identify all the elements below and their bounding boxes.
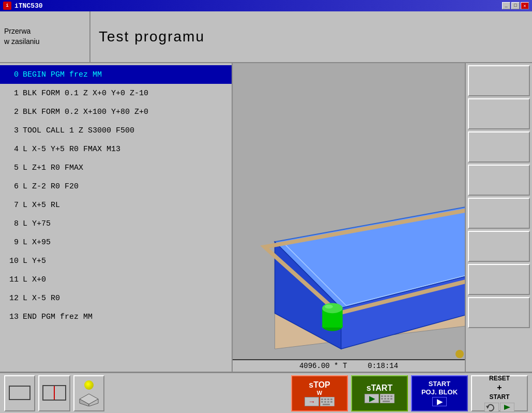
softkey-5[interactable] bbox=[468, 198, 530, 229]
start-poj-icon-row: ▶ bbox=[432, 397, 447, 406]
maximize-button[interactable]: □ bbox=[511, 2, 520, 9]
svg-point-10 bbox=[322, 303, 342, 314]
corner-indicator bbox=[455, 350, 464, 358]
code-line: 5L Z+1 R0 FMAX bbox=[0, 158, 232, 177]
view-single-icon bbox=[9, 386, 31, 400]
softkey-7[interactable] bbox=[468, 264, 530, 295]
line-content: L Z-2 R0 F20 bbox=[23, 182, 227, 191]
code-line: 4L X-5 Y+5 R0 FMAX M13 bbox=[0, 140, 232, 158]
viewport-statusbar: 4096.00 * T 0:18:14 bbox=[233, 359, 465, 372]
stop-button[interactable]: sTOP W → bbox=[291, 375, 348, 411]
reset-plus-label: + bbox=[497, 383, 501, 392]
reset-start-button[interactable]: RESET + START bbox=[471, 375, 528, 411]
start-label: sTART bbox=[367, 384, 392, 393]
line-content: L X+5 RL bbox=[23, 201, 227, 210]
line-number: 2 bbox=[4, 108, 19, 116]
workpiece-svg bbox=[233, 63, 465, 359]
titlebar-buttons[interactable]: _ □ ✕ bbox=[502, 2, 529, 9]
line-number: 10 bbox=[4, 257, 19, 266]
code-line: 3TOOL CALL 1 Z S3000 F500 bbox=[0, 121, 232, 140]
start-button[interactable]: sTART ▶ bbox=[351, 375, 408, 411]
svg-rect-33 bbox=[390, 398, 392, 400]
code-panel: 0BEGIN PGM frez MM1BLK FORM 0.1 Z X+0 Y+… bbox=[0, 63, 233, 372]
close-button[interactable]: ✕ bbox=[521, 2, 529, 9]
body: 0BEGIN PGM frez MM1BLK FORM 0.1 Z X+0 Y+… bbox=[0, 63, 532, 372]
line-number: 13 bbox=[4, 313, 19, 321]
code-line: 2BLK FORM 0.2 X+100 Y+80 Z+0 bbox=[0, 102, 232, 121]
line-number: 8 bbox=[4, 219, 19, 228]
titlebar: i iTNC530 _ □ ✕ bbox=[0, 0, 532, 11]
svg-rect-24 bbox=[323, 404, 330, 405]
view-split-icon bbox=[42, 385, 66, 401]
line-content: BLK FORM 0.2 X+100 Y+80 Z+0 bbox=[23, 108, 227, 116]
line-content: BLK FORM 0.1 Z X+0 Y+0 Z-10 bbox=[23, 89, 227, 98]
titlebar-title: iTNC530 bbox=[14, 2, 43, 10]
main-container: Przerwa w zasilaniu Test programu 0BEGIN… bbox=[0, 11, 532, 413]
line-content: END PGM frez MM bbox=[23, 313, 227, 321]
line-number: 1 bbox=[4, 89, 19, 98]
start-poj-button[interactable]: START POJ. BLOK ▶ bbox=[411, 375, 468, 411]
code-line: 1BLK FORM 0.1 Z X+0 Y+0 Z-10 bbox=[0, 84, 232, 102]
header-left: Przerwa w zasilaniu bbox=[0, 11, 90, 62]
start-poj-line1: START bbox=[429, 380, 450, 388]
stop-icon-row: → bbox=[305, 397, 335, 406]
view-single-button[interactable] bbox=[4, 375, 35, 411]
line-number: 4 bbox=[4, 145, 19, 154]
svg-rect-18 bbox=[327, 399, 329, 400]
softkey-2[interactable] bbox=[468, 98, 530, 129]
start-poj-label: START POJ. BLOK bbox=[421, 380, 458, 396]
status-right: 0:18:14 bbox=[368, 362, 398, 370]
reset-start-label-text: START bbox=[489, 393, 509, 401]
line-content: L Y+5 bbox=[23, 257, 227, 266]
line-content: L X+0 bbox=[23, 275, 227, 284]
line-content: L X-5 R0 bbox=[23, 294, 227, 303]
line-number: 12 bbox=[4, 294, 19, 303]
viewport-canvas bbox=[233, 63, 465, 359]
line-number: 3 bbox=[4, 126, 19, 135]
code-line: 11L X+0 bbox=[0, 270, 232, 289]
softkey-8[interactable] bbox=[468, 297, 530, 328]
start-keyboard-icon bbox=[380, 394, 394, 403]
stop-label: sTOP bbox=[309, 380, 330, 390]
start-icon-row: ▶ bbox=[364, 394, 394, 403]
svg-rect-21 bbox=[324, 401, 326, 403]
status-left: 4096.00 * T bbox=[299, 362, 347, 370]
line-content: L Z+1 R0 FMAX bbox=[23, 164, 227, 172]
right-panel[interactable] bbox=[465, 63, 532, 372]
svg-rect-27 bbox=[384, 395, 386, 397]
app-icon: i bbox=[3, 2, 11, 10]
svg-rect-26 bbox=[381, 395, 383, 397]
yellow-dot-icon bbox=[84, 380, 94, 390]
program-state-button[interactable] bbox=[73, 375, 104, 411]
reset-label: RESET bbox=[489, 375, 510, 382]
code-line: 6L Z-2 R0 F20 bbox=[0, 177, 232, 196]
line-number: 9 bbox=[4, 238, 19, 247]
view-split-button[interactable] bbox=[38, 375, 70, 411]
code-line: 13END PGM frez MM bbox=[0, 307, 232, 326]
svg-rect-23 bbox=[330, 401, 332, 403]
page-title: Test programu bbox=[99, 28, 205, 45]
svg-rect-19 bbox=[330, 399, 332, 400]
header-right: Test programu bbox=[90, 11, 532, 62]
line-number: 0 bbox=[4, 70, 19, 79]
stop-w-label: W bbox=[317, 390, 322, 396]
softkey-1[interactable] bbox=[468, 65, 530, 96]
start-poj-arrow-icon: ▶ bbox=[437, 397, 443, 406]
code-line: 9L X+95 bbox=[0, 233, 232, 252]
softkey-6[interactable] bbox=[468, 231, 530, 262]
start-poj-icon: ▶ bbox=[432, 397, 447, 406]
viewport-panel: 4096.00 * T 0:18:14 bbox=[233, 63, 465, 372]
line-number: 7 bbox=[4, 201, 19, 210]
minimize-button[interactable]: _ bbox=[502, 2, 510, 9]
reset-start-label: RESET + START bbox=[489, 375, 510, 402]
bottom-toolbar: sTOP W → bbox=[0, 372, 532, 413]
line-number: 6 bbox=[4, 182, 19, 191]
titlebar-left: i iTNC530 bbox=[3, 2, 43, 10]
stop-arrow-icon: → bbox=[308, 397, 315, 406]
softkey-3[interactable] bbox=[468, 131, 530, 163]
start-icon-box: ▶ bbox=[364, 394, 379, 403]
line-number: 11 bbox=[4, 275, 19, 284]
softkey-4[interactable] bbox=[468, 165, 530, 196]
line-number: 5 bbox=[4, 164, 19, 172]
svg-rect-16 bbox=[321, 399, 323, 400]
